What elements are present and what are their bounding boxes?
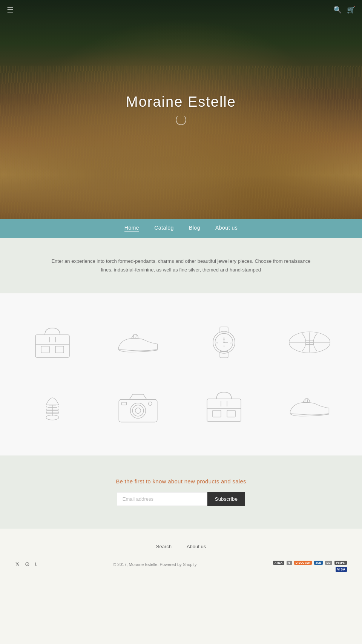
svg-point-46 xyxy=(149,402,152,405)
bag-icon xyxy=(30,324,75,361)
product-sneaker[interactable] xyxy=(101,316,176,369)
footer-links: Search About us xyxy=(15,544,347,549)
footer-payments: AMEX ⊕ DISCOVER JCB MC PayPal VISA xyxy=(273,561,347,572)
subscribe-button[interactable]: Subscribe xyxy=(207,492,245,506)
search-icon[interactable]: 🔍 xyxy=(333,6,342,14)
mastercard-badge: MC xyxy=(325,561,333,565)
product-watch[interactable]: 12 6 9 3 xyxy=(187,316,261,369)
svg-point-14 xyxy=(223,342,225,343)
newsletter-section: Be the first to know about new products … xyxy=(0,455,362,529)
footer-social: 𝕏 ⊙ t xyxy=(15,561,37,567)
main-navigation: Home Catalog Blog About us xyxy=(0,219,362,238)
instagram-icon[interactable]: ⊙ xyxy=(25,561,30,567)
footer: Search About us 𝕏 ⊙ t © 2017, Moraine Es… xyxy=(0,529,362,583)
svg-rect-10 xyxy=(220,327,228,333)
jcb-badge: JCB xyxy=(314,561,323,565)
description-text: Enter an experience into torch formed-pe… xyxy=(49,257,313,274)
product-football[interactable] xyxy=(273,316,347,369)
newsletter-form: Subscribe xyxy=(15,492,347,506)
cart-icon[interactable]: 🛒 xyxy=(347,6,355,14)
hero-content: Moraine Estelle xyxy=(126,94,236,125)
svg-point-44 xyxy=(132,405,144,416)
product-bag2[interactable] xyxy=(187,380,261,433)
hamburger-icon[interactable]: ☰ xyxy=(7,5,14,14)
nav-catalog[interactable]: Catalog xyxy=(154,225,174,232)
svg-rect-51 xyxy=(227,410,235,417)
product-sneaker2[interactable] xyxy=(273,380,347,433)
payment-row-2: VISA xyxy=(336,567,347,572)
top-navigation: ☰ 🔍 🛒 xyxy=(0,0,362,20)
lamp-icon xyxy=(30,388,75,425)
footer-search-link[interactable]: Search xyxy=(156,544,172,549)
nav-home[interactable]: Home xyxy=(124,225,139,232)
svg-line-54 xyxy=(305,398,305,402)
svg-text:12: 12 xyxy=(223,338,225,340)
discover-badge: DISCOVER xyxy=(294,561,312,565)
svg-rect-3 xyxy=(55,346,64,353)
sneaker-icon xyxy=(115,324,161,361)
svg-rect-0 xyxy=(35,335,69,357)
svg-rect-47 xyxy=(122,402,127,405)
paypal-badge: PayPal xyxy=(334,561,347,565)
products-grid: 12 6 9 3 xyxy=(15,316,347,433)
description-section: Enter an experience into torch formed-pe… xyxy=(0,238,362,293)
svg-rect-50 xyxy=(213,410,221,417)
camera-icon xyxy=(115,388,161,425)
top-nav-right: 🔍 🛒 xyxy=(333,6,355,14)
svg-rect-2 xyxy=(41,346,49,353)
svg-text:6: 6 xyxy=(223,345,224,347)
payment-row-1: AMEX ⊕ DISCOVER JCB MC PayPal xyxy=(273,561,347,565)
footer-copyright: © 2017, Moraine Estelle. Powered by Shop… xyxy=(37,561,273,567)
loading-spinner xyxy=(176,115,186,125)
svg-rect-11 xyxy=(220,351,228,357)
footer-bottom: 𝕏 ⊙ t © 2017, Moraine Estelle. Powered b… xyxy=(15,561,347,572)
hero-title: Moraine Estelle xyxy=(126,94,236,110)
nav-about[interactable]: About us xyxy=(215,225,238,232)
bag2-icon xyxy=(201,388,247,425)
diners-badge: ⊕ xyxy=(287,561,292,565)
nav-blog[interactable]: Blog xyxy=(189,225,200,232)
amex-badge: AMEX xyxy=(273,561,284,565)
svg-rect-48 xyxy=(207,399,241,422)
newsletter-title: Be the first to know about new products … xyxy=(15,478,347,485)
product-camera[interactable] xyxy=(101,380,176,433)
twitter-icon[interactable]: 𝕏 xyxy=(15,561,20,567)
svg-line-6 xyxy=(133,334,134,338)
product-lamp[interactable] xyxy=(15,380,90,433)
products-section: 12 6 9 3 xyxy=(0,293,362,455)
footer-about-link[interactable]: About us xyxy=(187,544,206,549)
svg-point-45 xyxy=(135,408,141,413)
email-input[interactable] xyxy=(117,492,207,506)
svg-text:3: 3 xyxy=(230,342,231,344)
svg-text:9: 9 xyxy=(216,342,218,344)
sneaker2-icon xyxy=(287,388,332,425)
watch-icon: 12 6 9 3 xyxy=(201,324,247,361)
hero-section: ☰ 🔍 🛒 Moraine Estelle xyxy=(0,0,362,219)
product-bag[interactable] xyxy=(15,316,90,369)
visa-badge: VISA xyxy=(336,567,347,572)
football-icon xyxy=(287,324,332,361)
